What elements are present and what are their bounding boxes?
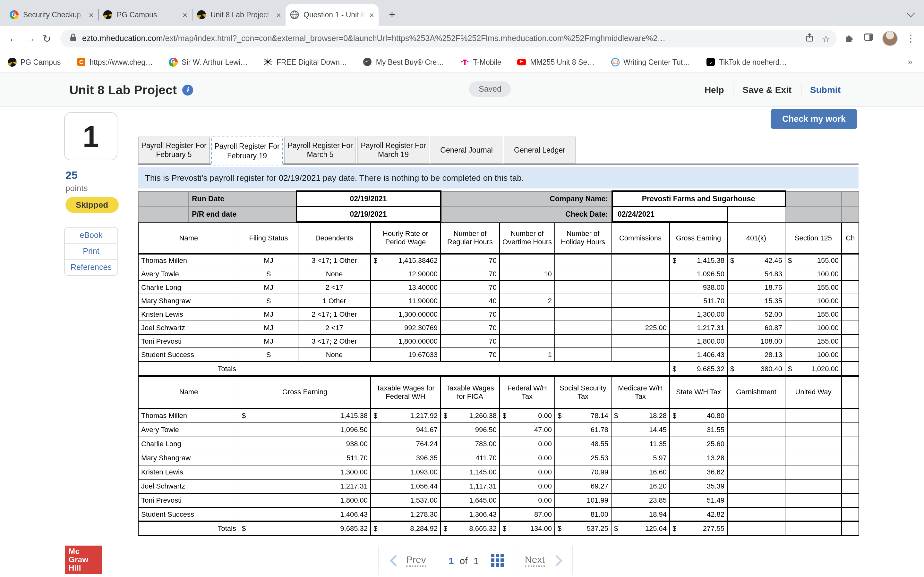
extensions-puzzle-icon[interactable] xyxy=(845,32,855,45)
logo-line: Mc xyxy=(69,548,102,556)
page-grid-icon[interactable] xyxy=(491,554,504,567)
cell xyxy=(555,280,611,294)
ebook-link[interactable]: eBook xyxy=(65,227,118,243)
bookmark-writing-center[interactable]: ED Writing Center Tut… xyxy=(611,57,690,66)
tab-close-icon[interactable]: × xyxy=(276,11,281,19)
instruction-banner: This is Prevosti's payroll register for … xyxy=(138,167,859,189)
prev-button[interactable]: Prev xyxy=(406,554,426,567)
info-icon[interactable]: i xyxy=(182,84,193,95)
register-meta-table: Run Date 02/19/2021 Company Name: Prevos… xyxy=(138,190,859,222)
cell: $125.64 xyxy=(611,521,670,535)
bookmark-tiktok[interactable]: ♪TikTok de noeherd… xyxy=(706,57,787,66)
table-row: Avery Towle1,096.50941.67996.5047.0061.7… xyxy=(138,422,859,437)
spacer-cell xyxy=(785,191,842,206)
save-exit-link[interactable]: Save & Exit xyxy=(743,85,792,95)
cell: S xyxy=(239,348,298,361)
cell xyxy=(499,334,555,348)
browser-tab-unit8-lab[interactable]: Unit 8 Lab Project - AC122 Pay × xyxy=(192,4,286,26)
cell xyxy=(842,280,859,294)
profile-avatar[interactable] xyxy=(882,31,898,46)
cell: 100.00 xyxy=(785,267,842,280)
cell xyxy=(727,521,785,535)
cell: MJ xyxy=(239,280,298,294)
browser-tab-security-checkup[interactable]: Security Checkup × xyxy=(5,4,98,26)
back-button-icon[interactable]: ← xyxy=(5,33,22,44)
cell xyxy=(499,253,555,267)
tab-list-chevron-icon[interactable] xyxy=(907,9,915,17)
cell: 11.35 xyxy=(611,437,670,451)
cell xyxy=(785,479,842,493)
cell: 0.00 xyxy=(499,451,555,465)
cell: $1,415.38 xyxy=(239,408,371,422)
cell: $8,284.92 xyxy=(371,521,441,535)
run-date-label: Run Date xyxy=(188,191,296,206)
cell: $78.14 xyxy=(555,408,611,422)
bookmark-google-doc[interactable]: Sir W. Arthur Lewi… xyxy=(169,57,248,66)
url-text: ezto.mheducation.com/ext/map/index.html?… xyxy=(82,34,796,43)
cell: 51.49 xyxy=(670,493,727,507)
bookmark-best-buy[interactable]: My Best Buy® Cre… xyxy=(363,57,444,66)
cell: 61.78 xyxy=(555,422,611,437)
worksheet-tab-3[interactable]: Payroll Register For March 5 xyxy=(284,137,356,163)
cell xyxy=(499,321,555,334)
cell xyxy=(785,493,842,507)
cell: 108.00 xyxy=(727,334,785,348)
bookmark-chegg[interactable]: Chttps://www.cheg… xyxy=(77,57,153,66)
new-tab-button[interactable]: + xyxy=(384,6,401,23)
cell: 1,800.00 xyxy=(670,334,727,348)
share-icon[interactable] xyxy=(804,32,814,45)
cell: MJ xyxy=(239,253,298,267)
cell: 1,117.31 xyxy=(441,479,499,493)
cell: 70 xyxy=(441,280,499,294)
cell xyxy=(555,334,611,348)
cell: 411.70 xyxy=(441,451,499,465)
column-header: State W/H Tax xyxy=(670,376,727,408)
browser-tab-pg-campus[interactable]: PG Campus × xyxy=(99,4,192,26)
bookmark-free-download[interactable]: FREE Digital Down… xyxy=(264,57,347,66)
references-link[interactable]: References xyxy=(65,259,118,275)
browser-tab-question1-active[interactable]: Question 1 - Unit 8 Lab Project × xyxy=(286,4,379,26)
help-link[interactable]: Help xyxy=(704,85,724,95)
worksheet-tab-6[interactable]: General Ledger xyxy=(504,137,575,163)
worksheet-tab-2[interactable]: Payroll Register For February 19 xyxy=(211,137,283,165)
cell: 2 <17 xyxy=(298,321,371,334)
tab-close-icon[interactable]: × xyxy=(183,11,187,19)
cell: Joel Schwartz xyxy=(138,321,239,334)
bookmarks-overflow-chevron[interactable]: » xyxy=(908,57,913,67)
header-divider xyxy=(733,83,734,97)
bookmark-pg-campus[interactable]: PG Campus xyxy=(8,57,61,66)
header-row: NameFiling StatusDependentsHourly Rate o… xyxy=(138,223,859,253)
column-header xyxy=(842,376,859,408)
pr-end-date-label: P/R end date xyxy=(188,206,296,222)
worksheet-tab-1[interactable]: Payroll Register For February 5 xyxy=(138,137,210,163)
bookmark-t-mobile[interactable]: T-Mobile xyxy=(460,57,501,66)
spacer-cell xyxy=(842,191,859,206)
bookmark-youtube[interactable]: MM255 Unit 8 Se… xyxy=(517,57,595,66)
footer-divider xyxy=(572,546,573,575)
prev-chevron-icon[interactable] xyxy=(390,554,402,566)
browser-menu-icon[interactable]: ⋮ xyxy=(906,33,916,44)
side-panel-icon[interactable] xyxy=(863,32,874,45)
cell: 764.24 xyxy=(371,437,441,451)
address-bar[interactable]: ezto.mheducation.com/ext/map/index.html?… xyxy=(60,29,837,47)
cell: 11.90000 xyxy=(371,294,441,308)
check-my-work-button[interactable]: Check my work xyxy=(771,109,857,129)
column-header: Name xyxy=(138,376,239,408)
print-link[interactable]: Print xyxy=(65,243,118,259)
tab-close-icon[interactable]: × xyxy=(369,11,374,19)
cell: Charlie Long xyxy=(138,280,239,294)
tab-close-icon[interactable]: × xyxy=(89,11,94,19)
submit-link[interactable]: Submit xyxy=(810,85,841,95)
worksheet-tab-5[interactable]: General Journal xyxy=(431,137,502,163)
forward-button-icon[interactable]: → xyxy=(22,33,39,44)
footer-divider xyxy=(378,546,379,575)
cell: $277.55 xyxy=(670,521,727,535)
next-button[interactable]: Next xyxy=(525,554,545,567)
cell: 3 <17; 2 Other xyxy=(298,334,371,348)
cell: $1,415.38462 xyxy=(371,253,441,267)
worksheet-tab-4[interactable]: Payroll Register For March 19 xyxy=(357,137,429,163)
next-chevron-icon[interactable] xyxy=(551,554,562,566)
bookmark-star-icon[interactable]: ☆ xyxy=(822,34,830,43)
reload-button-icon[interactable]: ↻ xyxy=(39,32,55,45)
cell: 70 xyxy=(441,253,499,267)
